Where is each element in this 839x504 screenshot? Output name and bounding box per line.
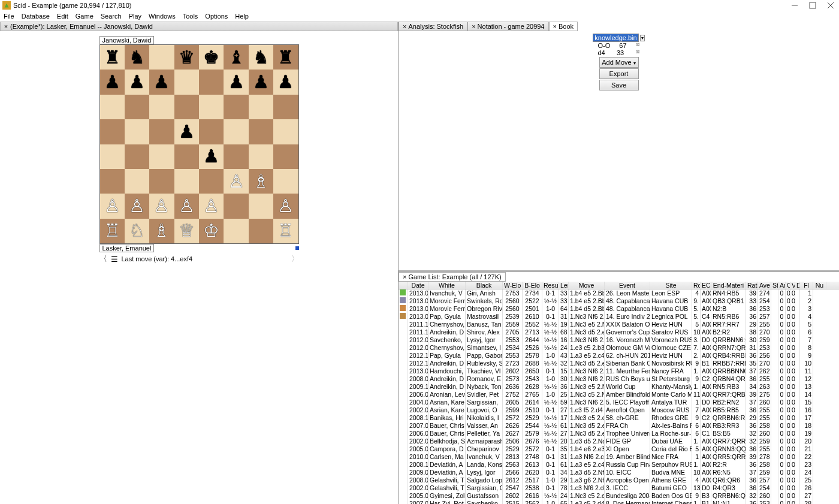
column-header[interactable]: Date: [408, 282, 428, 289]
gamelist-row[interactable]: 2012.1Pap, GyulaPapp, Gabor255325781-043…: [399, 352, 839, 360]
gamelist-row[interactable]: 2008.0Gelashvili, TSalgado Lop261225171-…: [399, 476, 839, 484]
maximize-button[interactable]: [809, 2, 816, 9]
close-icon[interactable]: ×: [553, 23, 557, 30]
board-square[interactable]: ♟: [100, 70, 125, 94]
save-button[interactable]: Save: [599, 80, 639, 90]
gamelist-row[interactable]: 2011.1Chernyshov,Banusz, Tan25592552½-½1…: [399, 321, 839, 328]
minimize-button[interactable]: [791, 2, 798, 9]
column-header[interactable]: D: [795, 282, 800, 289]
nav-fwd-icon[interactable]: 〉: [291, 253, 299, 264]
gamelist-header[interactable]: DateWhiteBlackW-EloB-EloResuLenMoveEvent…: [399, 282, 839, 289]
board-square[interactable]: [125, 144, 149, 169]
board-square[interactable]: [149, 169, 174, 194]
board-square[interactable]: ♟: [199, 144, 224, 169]
board-square[interactable]: [249, 219, 273, 243]
column-header[interactable]: C: [786, 282, 790, 289]
column-header[interactable]: End-Materi: [711, 282, 746, 289]
gamelist-row[interactable]: 2010.0Carlsen, MaIvanchuk, V281327480-13…: [399, 453, 839, 461]
gamelist-row[interactable]: 2007.0Har-Zvi, RotSavchenko,251525621-06…: [399, 500, 839, 504]
board-square[interactable]: [149, 119, 174, 144]
column-header[interactable]: Site: [650, 282, 692, 289]
board-square[interactable]: [273, 144, 298, 169]
board-square[interactable]: [100, 119, 125, 144]
board-square[interactable]: ♙: [199, 194, 224, 218]
board-square[interactable]: ♘: [125, 219, 149, 243]
add-move-button[interactable]: Add Move ▾: [599, 57, 639, 68]
gamelist-row[interactable]: 2008.0Andreikin, DRomanov, E257325431-03…: [399, 375, 839, 383]
column-header[interactable]: W-Elo: [503, 282, 523, 289]
board-square[interactable]: ♜: [273, 45, 298, 70]
menu-help[interactable]: Help: [235, 13, 249, 20]
board-square[interactable]: ♝: [224, 45, 248, 70]
gamelist-row[interactable]: 2002.0Gelashvili, TSargissian, O25472538…: [399, 484, 839, 492]
menu-game[interactable]: Game: [76, 13, 93, 20]
column-header[interactable]: Ave: [758, 282, 771, 289]
board-square[interactable]: [125, 95, 149, 119]
board-square[interactable]: ♛: [174, 45, 199, 70]
board-square[interactable]: ♖: [100, 219, 125, 243]
gamelist-row[interactable]: 2002.0Belkhodja, SAzmaiparash25062676½-½…: [399, 437, 839, 445]
book-move[interactable]: O-O67⊠: [598, 42, 640, 49]
board-square[interactable]: [199, 95, 224, 119]
board-square[interactable]: [125, 169, 149, 194]
board-square[interactable]: [174, 70, 199, 94]
board-square[interactable]: [273, 119, 298, 144]
close-icon[interactable]: ×: [403, 23, 406, 30]
board-square[interactable]: ♟: [224, 70, 248, 94]
gamelist-row[interactable]: 2013.0Pap, GyulaMastrovasil253926100-131…: [399, 313, 839, 321]
column-header[interactable]: Move: [569, 282, 605, 289]
board-square[interactable]: [273, 95, 298, 119]
board-square[interactable]: [249, 95, 273, 119]
board-square[interactable]: [100, 169, 125, 194]
board-square[interactable]: ♙: [100, 194, 125, 218]
board-square[interactable]: [149, 45, 174, 70]
menu-options[interactable]: Options: [205, 13, 228, 20]
tab-gamelist[interactable]: ×Game List: Example (all / 127K): [399, 272, 506, 282]
board-square[interactable]: ♗: [149, 219, 174, 243]
column-header[interactable]: B-Elo: [523, 282, 542, 289]
board-square[interactable]: [174, 144, 199, 169]
board-square[interactable]: ♙: [174, 194, 199, 218]
tab-book[interactable]: ×Book: [549, 22, 578, 31]
menu-tools[interactable]: Tools: [183, 13, 198, 20]
board-square[interactable]: ♗: [249, 169, 273, 194]
board-square[interactable]: ♙: [224, 169, 248, 194]
board-square[interactable]: [199, 119, 224, 144]
tab-notation[interactable]: ×Notation - game 20994: [467, 22, 548, 31]
gamelist-row[interactable]: 2013.0Morovic FernSwinkels, Ro25602522½-…: [399, 297, 839, 305]
board-square[interactable]: ♙: [149, 194, 174, 218]
gamelist-row[interactable]: 2005.0Campora, DCheparinov252925720-1351…: [399, 445, 839, 453]
board-square[interactable]: [249, 119, 273, 144]
column-header[interactable]: White: [428, 282, 466, 289]
gamelist-row[interactable]: 2006.0Bauer, ChrisPelletier, Ya26272579½…: [399, 430, 839, 437]
column-header[interactable]: Event: [605, 282, 650, 289]
close-button[interactable]: [827, 2, 834, 9]
board-square[interactable]: ♟: [149, 70, 174, 94]
board-square[interactable]: ♔: [199, 219, 224, 243]
board-square[interactable]: ♜: [100, 45, 125, 70]
board-square[interactable]: ♟: [273, 70, 298, 94]
book-move[interactable]: d433⊠: [598, 49, 640, 56]
dropdown-icon[interactable]: ▾: [640, 35, 645, 41]
board-square[interactable]: [224, 119, 248, 144]
board-square[interactable]: [199, 70, 224, 94]
gamelist-row[interactable]: 2008.1Banikas, HriNikolaidis, I25722529½…: [399, 414, 839, 422]
menu-file[interactable]: File: [4, 13, 14, 20]
menu-play[interactable]: Play: [129, 13, 141, 20]
nav-back-icon[interactable]: 〈: [99, 253, 107, 264]
column-header[interactable]: Ro: [692, 282, 701, 289]
gamelist-row[interactable]: 2004.0Asrian, KareSargissian,26052614½-½…: [399, 399, 839, 406]
column-header[interactable]: Fl: [800, 282, 813, 289]
gamelist-row[interactable]: 2008.1Deviatkin, ALanda, Kons256326130-1…: [399, 461, 839, 469]
board-square[interactable]: [100, 95, 125, 119]
gamelist-row[interactable]: 2005.0Gyimesi, ZolGustafsson26022616½-½2…: [399, 492, 839, 500]
column-header[interactable]: Ratin: [746, 282, 758, 289]
gamelist-row[interactable]: 2009.1Andreikin, DNyback, Ton26362628½-½…: [399, 383, 839, 391]
gamelist-row[interactable]: 2009.0Deviatkin, ALysyj, Igor256626200-1…: [399, 469, 839, 476]
board-square[interactable]: ♞: [249, 45, 273, 70]
book-file-select[interactable]: knowledge.bin: [593, 34, 638, 42]
menu-search[interactable]: Search: [101, 13, 122, 20]
board-square[interactable]: [249, 194, 273, 218]
menu-edit[interactable]: Edit: [57, 13, 68, 20]
board-square[interactable]: [224, 194, 248, 218]
